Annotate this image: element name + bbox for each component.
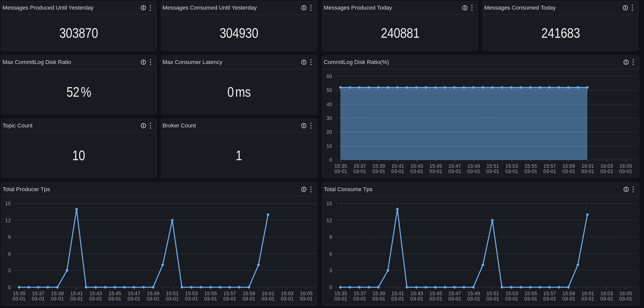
svg-text:03-01: 03-01 [334, 296, 347, 301]
svg-text:03-01: 03-01 [619, 296, 632, 301]
svg-text:15:55: 15:55 [524, 291, 537, 296]
svg-text:15:37: 15:37 [32, 291, 45, 296]
svg-text:03-01: 03-01 [619, 168, 632, 174]
svg-text:03-01: 03-01 [543, 296, 556, 301]
svg-text:16:01: 16:01 [582, 291, 594, 296]
svg-text:15:39: 15:39 [372, 291, 385, 296]
svg-text:20: 20 [327, 129, 332, 135]
svg-text:03-01: 03-01 [524, 168, 537, 174]
svg-text:3: 3 [8, 268, 11, 273]
svg-text:03-01: 03-01 [300, 296, 313, 301]
svg-text:15:47: 15:47 [448, 291, 461, 296]
svg-text:03-01: 03-01 [429, 296, 442, 301]
svg-text:15:55: 15:55 [204, 291, 217, 296]
svg-text:16:01: 16:01 [262, 291, 274, 296]
svg-text:03-01: 03-01 [467, 168, 480, 174]
svg-text:9: 9 [8, 234, 11, 240]
svg-text:03-01: 03-01 [581, 296, 594, 301]
svg-text:03-01: 03-01 [486, 296, 499, 301]
svg-text:03-01: 03-01 [505, 296, 518, 301]
svg-text:03-01: 03-01 [410, 168, 423, 174]
svg-text:15:37: 15:37 [353, 291, 366, 296]
svg-text:03-01: 03-01 [223, 296, 236, 301]
svg-text:03-01: 03-01 [524, 296, 537, 301]
svg-text:6: 6 [8, 251, 11, 257]
svg-text:03-01: 03-01 [581, 168, 594, 174]
svg-text:40: 40 [327, 101, 332, 107]
svg-text:16:03: 16:03 [600, 291, 613, 296]
svg-text:16:01: 16:01 [582, 163, 594, 169]
svg-text:60: 60 [327, 74, 332, 79]
svg-text:03-01: 03-01 [448, 296, 461, 301]
svg-text:50: 50 [327, 87, 332, 93]
svg-text:15:43: 15:43 [410, 291, 423, 296]
svg-text:03-01: 03-01 [32, 296, 45, 301]
svg-text:12: 12 [5, 218, 11, 223]
svg-text:15:45: 15:45 [429, 163, 442, 169]
svg-text:15:39: 15:39 [372, 163, 385, 169]
svg-text:15:35: 15:35 [13, 291, 25, 296]
svg-text:03-01: 03-01 [108, 296, 121, 301]
svg-text:03-01: 03-01 [600, 168, 613, 174]
svg-text:03-01: 03-01 [127, 296, 140, 301]
svg-text:15:57: 15:57 [223, 291, 236, 296]
svg-text:03-01: 03-01 [13, 296, 25, 301]
svg-text:15:59: 15:59 [562, 291, 575, 296]
svg-text:03-01: 03-01 [281, 296, 294, 301]
svg-text:03-01: 03-01 [410, 296, 423, 301]
svg-text:15:37: 15:37 [353, 163, 366, 169]
svg-text:15:59: 15:59 [243, 291, 255, 296]
svg-text:0: 0 [329, 285, 332, 290]
svg-text:03-01: 03-01 [262, 296, 274, 301]
svg-text:03-01: 03-01 [372, 296, 385, 301]
svg-text:03-01: 03-01 [353, 296, 366, 301]
svg-text:15:43: 15:43 [89, 291, 102, 296]
svg-text:16:05: 16:05 [300, 291, 313, 296]
svg-text:15:41: 15:41 [392, 163, 404, 169]
svg-text:10: 10 [327, 143, 332, 149]
svg-text:15:49: 15:49 [147, 291, 159, 296]
svg-text:03-01: 03-01 [391, 168, 404, 174]
svg-text:15:49: 15:49 [467, 163, 480, 169]
svg-text:15:51: 15:51 [487, 291, 499, 296]
svg-text:0: 0 [329, 157, 332, 163]
svg-text:15: 15 [327, 201, 332, 206]
svg-text:16:03: 16:03 [600, 163, 613, 169]
svg-text:15:35: 15:35 [334, 291, 347, 296]
svg-text:15:45: 15:45 [109, 291, 121, 296]
svg-text:15:53: 15:53 [185, 291, 198, 296]
svg-text:0: 0 [8, 285, 11, 290]
svg-text:15:41: 15:41 [392, 291, 404, 296]
svg-text:15:53: 15:53 [505, 163, 518, 169]
svg-text:03-01: 03-01 [334, 168, 347, 174]
svg-text:15: 15 [5, 201, 11, 206]
svg-text:15:57: 15:57 [543, 291, 556, 296]
svg-text:03-01: 03-01 [391, 296, 404, 301]
svg-text:15:43: 15:43 [410, 163, 423, 169]
svg-text:15:59: 15:59 [562, 163, 575, 169]
svg-text:16:05: 16:05 [619, 163, 632, 169]
svg-text:03-01: 03-01 [543, 168, 556, 174]
svg-text:03-01: 03-01 [562, 168, 575, 174]
svg-text:12: 12 [327, 218, 332, 223]
svg-text:03-01: 03-01 [242, 296, 255, 301]
svg-text:03-01: 03-01 [166, 296, 179, 301]
svg-text:03-01: 03-01 [448, 168, 461, 174]
svg-text:03-01: 03-01 [185, 296, 198, 301]
svg-text:15:35: 15:35 [334, 163, 347, 169]
svg-text:03-01: 03-01 [147, 296, 159, 301]
svg-text:15:47: 15:47 [448, 163, 461, 169]
svg-text:3: 3 [329, 268, 332, 273]
svg-text:6: 6 [329, 251, 332, 257]
svg-text:16:03: 16:03 [281, 291, 294, 296]
svg-text:15:51: 15:51 [166, 291, 179, 296]
svg-text:16:05: 16:05 [619, 291, 632, 296]
svg-text:15:57: 15:57 [543, 163, 556, 169]
svg-text:03-01: 03-01 [70, 296, 83, 301]
svg-text:15:55: 15:55 [524, 163, 537, 169]
svg-text:03-01: 03-01 [204, 296, 217, 301]
svg-text:03-01: 03-01 [600, 296, 613, 301]
svg-text:03-01: 03-01 [562, 296, 575, 301]
svg-text:03-01: 03-01 [89, 296, 102, 301]
svg-text:03-01: 03-01 [353, 168, 366, 174]
